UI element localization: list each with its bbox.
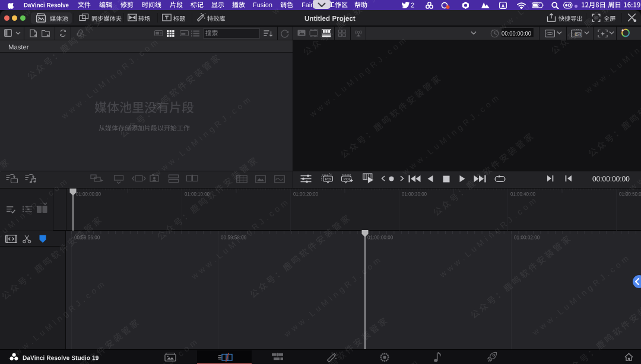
svg-text:HQ: HQ xyxy=(575,33,580,36)
